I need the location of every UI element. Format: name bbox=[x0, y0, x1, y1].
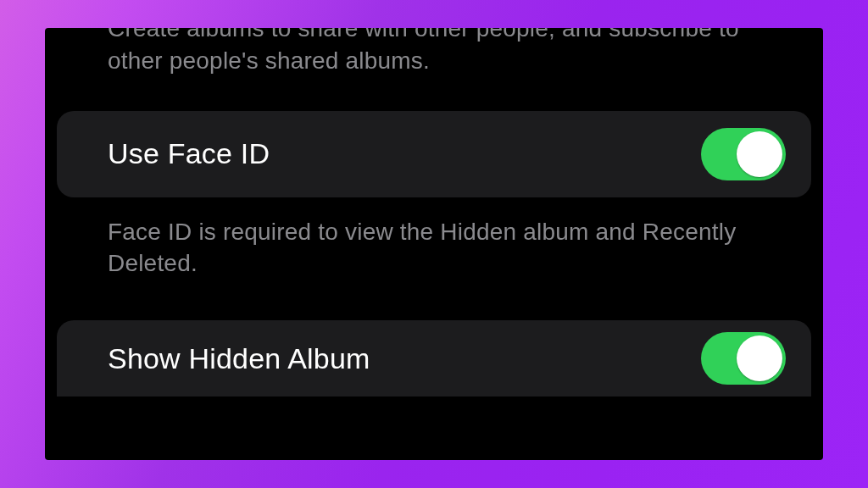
settings-panel: Create albums to share with other people… bbox=[45, 28, 823, 460]
show-hidden-album-toggle[interactable] bbox=[701, 332, 786, 385]
use-face-id-cell[interactable]: Use Face ID bbox=[57, 111, 811, 197]
show-hidden-album-cell[interactable]: Show Hidden Album bbox=[57, 320, 811, 396]
use-face-id-label: Use Face ID bbox=[108, 137, 270, 170]
show-hidden-album-label: Show Hidden Album bbox=[108, 342, 370, 375]
toggle-knob-icon bbox=[737, 336, 782, 381]
toggle-knob-icon bbox=[737, 131, 782, 177]
shared-albums-footer: Create albums to share with other people… bbox=[45, 28, 823, 77]
use-face-id-toggle[interactable] bbox=[701, 128, 786, 180]
face-id-footer: Face ID is required to view the Hidden a… bbox=[45, 216, 823, 280]
